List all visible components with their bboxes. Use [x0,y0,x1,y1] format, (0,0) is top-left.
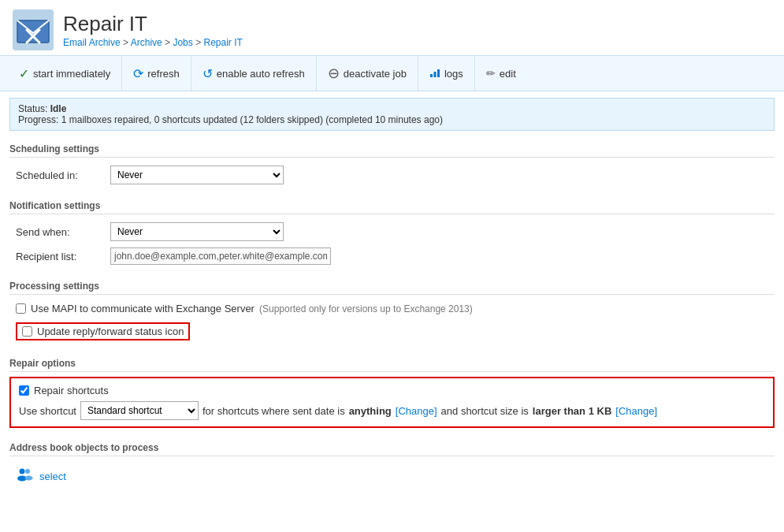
repair-shortcuts-row: Repair shortcuts [19,385,765,396]
toolbar-logs-label: logs [444,68,463,80]
toolbar-refresh[interactable]: ⟳ refresh [122,56,191,91]
notification-section: Notification settings Send when: Never A… [9,194,775,268]
scheduled-in-label: Scheduled in: [16,169,110,181]
update-reply-row: Update reply/forward status icon [16,318,775,345]
send-when-label: Send when: [16,226,110,238]
repair-options-header: Repair options [9,352,775,372]
address-book-select-row[interactable]: select [16,461,775,492]
for-text: for shortcuts where sent date is [203,405,345,417]
app-title: Repair IT [63,12,243,36]
svg-point-8 [20,469,25,474]
toolbar: ✓ start immediately ⟳ refresh ↺ enable a… [0,55,784,91]
notification-section-header: Notification settings [9,194,775,214]
breadcrumb-email-archive[interactable]: Email Archive [63,37,121,48]
progress-value: 1 mailboxes repaired, 0 shortcuts update… [61,114,443,125]
address-book-header: Address book objects to process [9,436,775,456]
toolbar-refresh-label: refresh [147,68,179,80]
and-text: and shortcut size is [441,405,529,417]
update-reply-box: Update reply/forward status icon [16,322,190,340]
auto-refresh-icon: ↺ [203,66,213,81]
scheduled-in-control: Never Daily Weekly Monthly [110,166,284,184]
scheduled-in-row: Scheduled in: Never Daily Weekly Monthly [16,162,775,188]
status-label: Status: [18,103,47,114]
shortcut-config-row: Use shortcut Standard shortcut Extended … [19,401,765,420]
mapi-row: Use MAPI to communicate with Exchange Se… [16,299,775,318]
update-reply-label: Update reply/forward status icon [37,326,184,337]
scheduling-section: Scheduling settings Scheduled in: Never … [9,137,775,188]
repair-shortcuts-label: Repair shortcuts [34,385,109,396]
address-book-select-label: select [39,471,66,482]
update-reply-checkbox[interactable] [22,326,32,337]
send-when-select[interactable]: Never Always On error [110,222,284,241]
recipient-list-row: Recipient list: [16,244,775,268]
size-value: larger than 1 KB [533,405,611,417]
toolbar-edit[interactable]: ✏ edit [475,56,527,91]
logs-icon [429,67,440,80]
mapi-label: Use MAPI to communicate with Exchange Se… [31,303,255,314]
shortcut-select[interactable]: Standard shortcut Extended shortcut Cust… [80,401,199,420]
toolbar-deactivate-job[interactable]: ⊖ deactivate job [317,56,418,91]
title-block: Repair IT Email Archive > Archive > Jobs… [63,12,243,47]
breadcrumb-repair-it[interactable]: Repair IT [203,37,242,48]
deactivate-icon: ⊖ [328,65,340,82]
toolbar-edit-label: edit [500,68,516,80]
processing-section: Processing settings Use MAPI to communic… [9,274,775,345]
date-change-link[interactable]: [Change] [396,405,437,417]
pencil-icon: ✏ [486,67,496,80]
breadcrumb-jobs[interactable]: Jobs [173,37,192,48]
toolbar-start-immediately[interactable]: ✓ start immediately [8,56,122,91]
check-icon: ✓ [19,66,29,81]
svg-rect-6 [433,72,436,77]
toolbar-start-label: start immediately [33,68,110,80]
scheduled-in-select[interactable]: Never Daily Weekly Monthly [110,166,284,184]
mapi-checkbox[interactable] [16,303,26,314]
app-logo [13,9,54,50]
address-book-section: Address book objects to process select [9,436,775,492]
people-icon [16,466,33,487]
svg-rect-7 [437,69,440,77]
toolbar-auto-refresh-label: enable auto refresh [217,68,305,80]
breadcrumb-archive[interactable]: Archive [131,37,162,48]
header: Repair IT Email Archive > Archive > Jobs… [0,0,784,55]
toolbar-enable-auto-refresh[interactable]: ↺ enable auto refresh [191,56,317,91]
size-change-link[interactable]: [Change] [615,405,657,417]
progress-label: Progress: [18,114,58,125]
svg-point-11 [25,476,33,481]
recipient-input[interactable] [110,247,331,265]
svg-point-10 [25,469,30,474]
repair-shortcuts-checkbox[interactable] [19,385,29,396]
repair-options-section: Repair options Repair shortcuts Use shor… [9,352,775,428]
repair-options-box: Repair shortcuts Use shortcut Standard s… [9,377,775,428]
toolbar-deactivate-label: deactivate job [344,68,407,80]
status-bar: Status: Idle Progress: 1 mailboxes repai… [9,98,775,131]
recipient-label: Recipient list: [16,251,110,262]
svg-rect-5 [430,74,433,77]
toolbar-logs[interactable]: logs [418,56,475,91]
status-value: Idle [50,103,67,114]
processing-section-header: Processing settings [9,274,775,295]
date-value: anything [349,405,392,417]
use-shortcut-label: Use shortcut [19,405,76,417]
scheduling-section-header: Scheduling settings [9,137,775,158]
recipient-control [110,247,331,265]
refresh-icon: ⟳ [133,66,143,81]
send-when-control: Never Always On error [110,222,284,241]
mapi-note: (Supported only for versions up to Excha… [259,303,473,314]
send-when-row: Send when: Never Always On error [16,219,775,244]
breadcrumb: Email Archive > Archive > Jobs > Repair … [63,37,243,48]
